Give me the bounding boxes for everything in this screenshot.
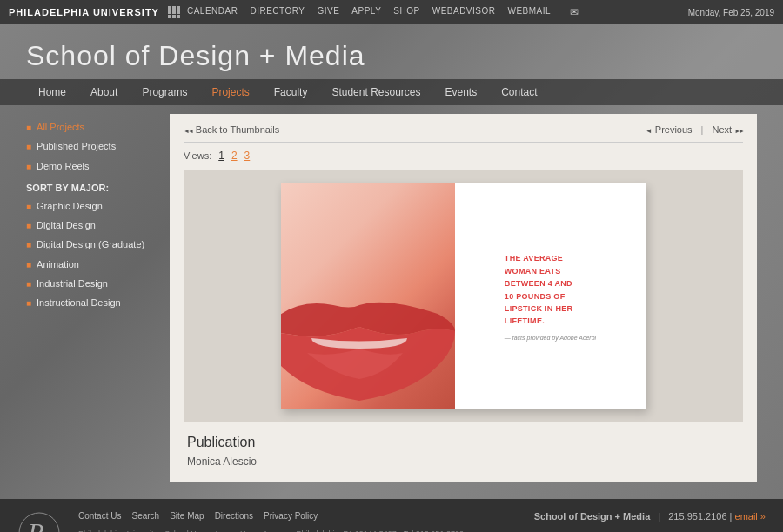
- site-title: School of Design + Media: [26, 40, 757, 72]
- sidebar-item-industrial-design[interactable]: ■ Industrial Design: [26, 277, 170, 289]
- bullet-icon: ■: [26, 298, 31, 308]
- views-label: Views:: [184, 150, 211, 161]
- lipstick-text: THE AVERAGEWOMAN EATSBETWEEN 4 AND10 POU…: [505, 252, 596, 327]
- sidebar-label-instructional-design: Instructional Design: [37, 296, 121, 309]
- bullet-icon: ■: [26, 260, 31, 269]
- main-navigation: Home About Programs Projects Faculty Stu…: [0, 79, 783, 105]
- back-to-thumbnails-link[interactable]: Back to Thumbnails: [184, 124, 279, 135]
- footer-links: Contact Us Search Site Map Directions Pr…: [78, 511, 517, 521]
- footer-search[interactable]: Search: [131, 511, 159, 521]
- university-logo: PHILADELPHIA UNIVERSITY: [9, 7, 159, 17]
- next-link[interactable]: Next: [712, 124, 743, 135]
- nav-programs[interactable]: Programs: [130, 79, 199, 105]
- lips-svg: [281, 279, 455, 409]
- footer-address: Philadelphia University • School House L…: [78, 528, 517, 532]
- footer-email-link[interactable]: email »: [735, 511, 766, 522]
- date-display: Monday, Feb 25, 2019: [688, 8, 774, 17]
- topnav-webmail[interactable]: WEBMAIL: [508, 6, 552, 18]
- project-author: Monica Alescio: [187, 456, 740, 468]
- footer-privacy-policy[interactable]: Privacy Policy: [264, 511, 318, 521]
- footer-phone: |: [658, 511, 663, 522]
- sidebar-item-graphic-design[interactable]: ■ Graphic Design: [26, 200, 170, 212]
- bullet-icon: ■: [26, 240, 31, 249]
- site-header: School of Design + Media: [0, 24, 783, 79]
- email-icon: ✉: [570, 6, 579, 18]
- topnav-directory[interactable]: DIRECTORY: [250, 6, 304, 18]
- sidebar-item-instructional-design[interactable]: ■ Instructional Design: [26, 296, 170, 309]
- left-arrow-icon: [646, 124, 652, 135]
- sidebar: ■ All Projects ■ Published Projects ■ De…: [26, 114, 170, 482]
- previous-link[interactable]: Previous: [646, 124, 693, 135]
- book-illustration: THE AVERAGEWOMAN EATSBETWEEN 4 AND10 POU…: [281, 183, 646, 409]
- sidebar-item-digital-design[interactable]: ■ Digital Design: [26, 219, 170, 231]
- nav-home[interactable]: Home: [26, 79, 78, 105]
- view-3[interactable]: 3: [244, 150, 251, 162]
- sidebar-label-demo-reels: Demo Reels: [37, 160, 90, 172]
- double-right-arrow-icon: [734, 124, 743, 135]
- bullet-icon: ■: [26, 162, 31, 171]
- view-2[interactable]: 2: [231, 150, 238, 162]
- footer-center: Contact Us Search Site Map Directions Pr…: [78, 511, 517, 532]
- sidebar-label-industrial-design: Industrial Design: [37, 277, 108, 289]
- bullet-icon: ■: [26, 279, 31, 289]
- prev-next-controls: Previous | Next: [646, 124, 743, 135]
- footer: P Contact Us Search Site Map Directions …: [0, 499, 783, 532]
- bullet-icon: ■: [26, 202, 31, 211]
- topnav-apply[interactable]: APPLY: [351, 6, 381, 18]
- bullet-icon: ■: [26, 221, 31, 230]
- topnav-give[interactable]: GIVE: [317, 6, 339, 18]
- project-caption: Publication Monica Alescio: [184, 435, 743, 468]
- university-logo-svg: P: [17, 511, 61, 532]
- top-bar: PHILADELPHIA UNIVERSITY CALENDAR DIRECTO…: [0, 0, 783, 24]
- footer-phone-number: 215.951.2106: [668, 511, 726, 522]
- footer-directions[interactable]: Directions: [215, 511, 253, 521]
- views-row: Views: 1 2 3: [184, 150, 743, 162]
- sidebar-label-graphic-design: Graphic Design: [37, 200, 103, 212]
- sidebar-label-digital-design: Digital Design: [37, 219, 96, 231]
- sidebar-label-published: Published Projects: [37, 140, 116, 152]
- topnav-calendar[interactable]: CALENDAR: [187, 6, 238, 18]
- nav-events[interactable]: Events: [433, 79, 490, 105]
- project-image-container: THE AVERAGEWOMAN EATSBETWEEN 4 AND10 POU…: [184, 170, 743, 422]
- double-left-arrow-icon: [184, 124, 192, 135]
- panel-navigation: Back to Thumbnails Previous | Next: [184, 124, 743, 143]
- nav-contact[interactable]: Contact: [489, 79, 549, 105]
- sidebar-item-animation[interactable]: ■ Animation: [26, 258, 170, 270]
- view-1[interactable]: 1: [218, 150, 224, 162]
- sidebar-label-all-projects: All Projects: [37, 121, 84, 133]
- sidebar-item-digital-design-grad[interactable]: ■ Digital Design (Graduate): [26, 238, 170, 250]
- sort-by-major-title: SORT BY MAJOR:: [26, 183, 170, 193]
- grid-icon: [168, 6, 180, 18]
- content-area: ■ All Projects ■ Published Projects ■ De…: [0, 105, 783, 499]
- lipstick-subtext: — facts provided by Adobe Acerbi: [505, 335, 596, 341]
- footer-right: School of Design + Media | 215.951.2106 …: [534, 511, 766, 522]
- bullet-icon: ■: [26, 142, 31, 151]
- sidebar-label-digital-design-grad: Digital Design (Graduate): [37, 238, 144, 250]
- book-left-page: [281, 183, 455, 409]
- separator: |: [701, 124, 704, 135]
- footer-school-name: School of Design + Media: [534, 511, 651, 522]
- project-title: Publication: [187, 435, 740, 450]
- topnav-webadvisor[interactable]: WEBADVISOR: [432, 6, 496, 18]
- footer-logo: P: [17, 511, 61, 532]
- topnav-shop[interactable]: SHOP: [393, 6, 419, 18]
- top-nav: CALENDAR DIRECTORY GIVE APPLY SHOP WEBAD…: [187, 6, 579, 18]
- footer-site-map[interactable]: Site Map: [170, 511, 204, 521]
- sidebar-item-all-projects[interactable]: ■ All Projects: [26, 121, 170, 133]
- book-right-page: THE AVERAGEWOMAN EATSBETWEEN 4 AND10 POU…: [455, 183, 646, 409]
- footer-contact-us[interactable]: Contact Us: [78, 511, 121, 521]
- address-line-1: Philadelphia University • School House L…: [78, 528, 517, 532]
- nav-faculty[interactable]: Faculty: [262, 79, 320, 105]
- sidebar-item-published[interactable]: ■ Published Projects: [26, 140, 170, 152]
- nav-about[interactable]: About: [78, 79, 130, 105]
- main-panel: Back to Thumbnails Previous | Next View: [170, 114, 757, 482]
- sidebar-label-animation: Animation: [37, 258, 79, 270]
- nav-student-resources[interactable]: Student Resources: [319, 79, 432, 105]
- svg-text:P: P: [27, 517, 44, 532]
- sidebar-item-demo-reels[interactable]: ■ Demo Reels: [26, 160, 170, 172]
- bullet-icon: ■: [26, 123, 31, 132]
- nav-projects[interactable]: Projects: [199, 79, 261, 105]
